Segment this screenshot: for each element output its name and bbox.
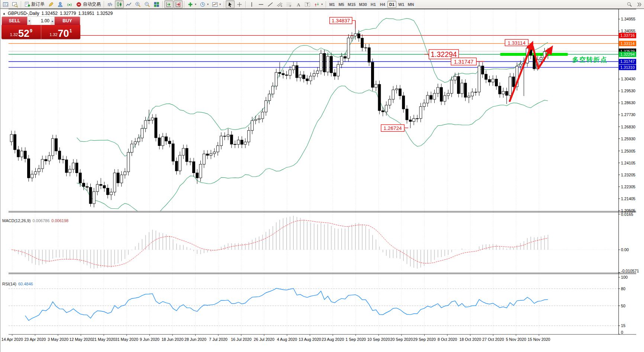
candle bbox=[468, 96, 470, 97]
trendline-button[interactable] bbox=[266, 0, 275, 8]
candle bbox=[447, 93, 450, 96]
candle bbox=[409, 120, 412, 121]
candle bbox=[278, 73, 281, 74]
quote-high: 1.32779 bbox=[60, 11, 76, 16]
new-order-button[interactable]: 新订单 bbox=[23, 0, 46, 8]
auto-scroll-button[interactable] bbox=[164, 0, 173, 8]
bar-chart-button[interactable] bbox=[106, 0, 115, 8]
candle bbox=[423, 103, 425, 107]
y-axis-label: 1.30430 bbox=[621, 77, 635, 81]
date-label: 21 May 2020 bbox=[92, 337, 115, 342]
more-button[interactable] bbox=[635, 0, 644, 8]
tile-icon bbox=[154, 1, 160, 7]
candle bbox=[271, 86, 274, 94]
quote-bar: ▲ GBPUSD-,Daily 1.32452 1.32779 1.31951 … bbox=[3, 11, 113, 16]
macd-axis-label: -0.010571 bbox=[621, 269, 639, 273]
candle bbox=[151, 118, 154, 120]
label-button[interactable]: T bbox=[303, 0, 312, 8]
autotrading-button[interactable]: 自动交易 bbox=[74, 0, 102, 8]
vline-icon bbox=[249, 1, 255, 7]
timeframe-m30-button[interactable]: M30 bbox=[357, 1, 368, 8]
crosshair-button[interactable] bbox=[235, 0, 244, 8]
timeframe-w1-button[interactable]: W1 bbox=[397, 1, 406, 8]
community-button[interactable] bbox=[56, 0, 65, 8]
svg-text:A: A bbox=[297, 2, 300, 7]
zoomout-icon bbox=[144, 1, 150, 7]
timeframe-m5-button[interactable]: M5 bbox=[337, 1, 346, 8]
buy-button[interactable]: BUY bbox=[55, 17, 80, 25]
toolbar-separator bbox=[21, 1, 21, 8]
indicators-button[interactable]: ▾ bbox=[186, 0, 198, 8]
macd-axis-label: 0.0165 bbox=[621, 212, 633, 217]
date-label: 12 May 2020 bbox=[70, 337, 93, 342]
mt4-terminal: { "toolbar": { "items": [ {"name":"new-c… bbox=[0, 0, 644, 352]
quote-expand-toggle[interactable]: ▲ bbox=[3, 12, 6, 15]
y-axis-label: 1.34955 bbox=[621, 17, 635, 21]
candle bbox=[45, 159, 47, 161]
tile-windows-button[interactable] bbox=[152, 0, 161, 8]
fibonacci-button[interactable]: F bbox=[284, 0, 293, 8]
line-chart-button[interactable] bbox=[124, 0, 133, 8]
candle bbox=[203, 154, 205, 164]
candle bbox=[430, 95, 432, 99]
candle bbox=[41, 159, 44, 169]
volume-increase-button[interactable]: ▲ bbox=[51, 17, 54, 25]
candle bbox=[285, 75, 288, 76]
chart-area[interactable]: 1.348371.331141.322941.317471.267241.349… bbox=[0, 9, 644, 352]
date-label: 23 Apr 2020 bbox=[24, 337, 46, 342]
text-button[interactable]: A bbox=[294, 0, 303, 8]
timeframe-h1-button[interactable]: H1 bbox=[369, 1, 378, 8]
timeframe-d1-button[interactable]: D1 bbox=[387, 1, 396, 8]
macd-main-value: 0.006786 bbox=[32, 218, 49, 223]
candlestick-chart-button[interactable] bbox=[115, 0, 124, 8]
candle bbox=[457, 76, 460, 93]
zoom-out-button[interactable] bbox=[143, 0, 152, 8]
window-icon bbox=[3, 1, 9, 7]
channel-button[interactable]: E bbox=[275, 0, 284, 8]
search-icon bbox=[627, 1, 632, 7]
search-button[interactable] bbox=[625, 0, 634, 8]
chart-shift-button[interactable] bbox=[174, 0, 183, 8]
candle bbox=[347, 38, 350, 58]
candle bbox=[237, 140, 240, 144]
buy-price[interactable]: 1.32 70 1 bbox=[41, 25, 81, 39]
sell-price[interactable]: 1.32 52 9 bbox=[1, 25, 41, 39]
profiles-button[interactable] bbox=[10, 0, 19, 8]
candle bbox=[358, 34, 360, 38]
y-axis-label: 1.34055 bbox=[621, 29, 635, 33]
timeframe-m15-button[interactable]: M15 bbox=[346, 1, 357, 8]
vertical-line-button[interactable] bbox=[247, 0, 256, 8]
periods-button[interactable]: ▾ bbox=[198, 0, 210, 8]
shift-icon bbox=[175, 1, 181, 7]
trend-note-annotation[interactable]: 多空转折点 bbox=[572, 55, 608, 64]
templates-button[interactable]: ▾ bbox=[210, 0, 222, 8]
date-label: 15 Nov 2020 bbox=[528, 337, 550, 342]
cursor-button[interactable] bbox=[226, 0, 235, 8]
candle bbox=[51, 138, 54, 156]
y-axis-label: 1.21405 bbox=[621, 196, 635, 201]
signals-button[interactable] bbox=[65, 0, 74, 8]
candle bbox=[34, 172, 37, 174]
zoom-in-button[interactable] bbox=[133, 0, 142, 8]
metaeditor-button[interactable] bbox=[46, 0, 55, 8]
new-chart-button[interactable] bbox=[1, 0, 10, 8]
date-label: 4 Aug 2020 bbox=[277, 337, 297, 342]
candle bbox=[292, 65, 295, 70]
volume-decrease-button[interactable]: ▼ bbox=[28, 17, 31, 25]
linechart-icon bbox=[126, 1, 132, 7]
timeframe-h4-button[interactable]: H4 bbox=[378, 1, 387, 8]
quote-open: 1.32452 bbox=[42, 11, 58, 16]
horizontal-line-button[interactable] bbox=[257, 0, 265, 8]
candle bbox=[330, 56, 333, 73]
trend-arrow[interactable] bbox=[510, 44, 532, 101]
timeframe-mn-button[interactable]: MN bbox=[406, 1, 415, 8]
sell-button[interactable]: SELL bbox=[2, 17, 27, 25]
shapes-button[interactable]: ▾ bbox=[312, 0, 324, 8]
date-label: 28 Jun 2020 bbox=[184, 337, 206, 342]
candle bbox=[79, 173, 81, 183]
timeframe-m1-button[interactable]: M1 bbox=[328, 1, 337, 8]
date-label: 27 Oct 2020 bbox=[482, 337, 504, 342]
volume-input[interactable] bbox=[31, 17, 51, 25]
rsi-value: 60.4846 bbox=[18, 282, 33, 286]
hline-icon bbox=[258, 1, 264, 7]
